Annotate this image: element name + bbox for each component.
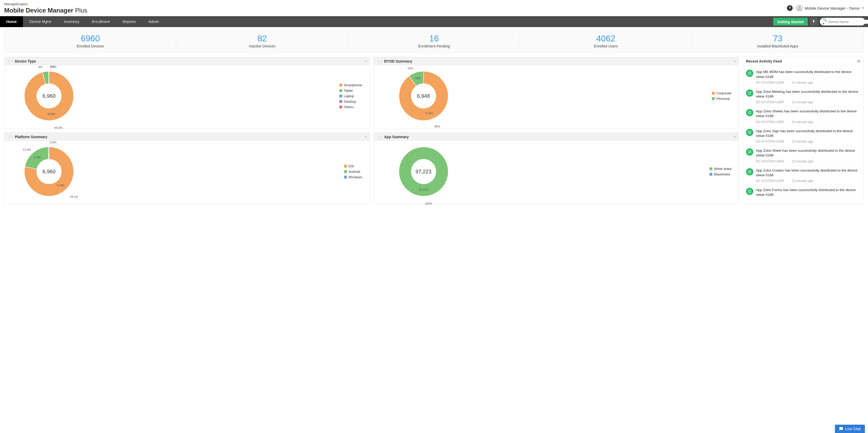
kpi-label: Enrolled Users — [522, 44, 690, 48]
card-header[interactable]: ⋮⋮ App Summary ▪▪▪ — [374, 133, 739, 141]
feed-user: DC-SYSTEM-USER — [756, 159, 784, 163]
feed-time: 23 minutes ago — [792, 179, 813, 183]
feed-time: 23 minutes ago — [792, 100, 813, 104]
nav-tab-home[interactable]: Home — [0, 16, 23, 27]
donut-device-type[interactable]: 6,666 6,960 95.8%4%0.2%0% — [22, 68, 76, 123]
feed-time: 23 minutes ago — [792, 81, 813, 85]
refresh-icon[interactable]: ⟳ — [857, 59, 861, 63]
feed-time: 23 minutes ago — [792, 120, 813, 124]
legend-item[interactable]: Personal — [712, 97, 732, 101]
feed-title: Recent Activity Feed — [746, 59, 782, 63]
card-body: 97,223 97,223 100% White listed Blacklis… — [374, 141, 739, 204]
brand-bold: Mobile Device Manager — [4, 7, 73, 14]
legend-item[interactable]: Blacklisted — [710, 172, 732, 176]
help-icon[interactable]: ? — [787, 5, 793, 11]
svg-text:6,250: 6,250 — [425, 112, 433, 115]
swatch-icon — [344, 165, 347, 167]
percent-label: 0.5% — [50, 141, 56, 144]
nav-tab-label: Inventory — [64, 20, 80, 24]
card-title: Device Type — [15, 59, 36, 63]
swatch-icon — [710, 167, 712, 170]
kpi-blacklisted-apps[interactable]: 73 Installed Blacklisted Apps — [692, 29, 864, 52]
user-name: Mobile Device Manager - Demo — [805, 6, 860, 10]
user-menu[interactable]: Mobile Device Manager - Demo — [796, 4, 864, 12]
feed-item[interactable]: App Zoho Sheet has been successfully dis… — [746, 146, 861, 165]
chevron-down-icon — [862, 7, 864, 9]
card-platform-summary: ⋮⋮ Platform Summary ▪▪▪ 5,4391,488 6,960… — [4, 132, 370, 205]
brand-product: Mobile Device Manager Plus — [4, 7, 87, 14]
drag-handle-icon[interactable]: ⋮⋮ — [7, 60, 13, 62]
feed-item[interactable]: App Zoho Meeting has been successfully d… — [746, 87, 861, 106]
kpi-inactive-devices[interactable]: 82 Inactive Devices — [176, 29, 348, 52]
card-body: 5,4391,488 6,960 78.1%21.4%0.5% iOS Andr… — [4, 141, 370, 204]
swatch-icon — [712, 97, 715, 100]
main-content: 6960 Enrolled Devices 82 Inactive Device… — [0, 27, 868, 220]
feed-item[interactable]: App Zoho Sheets has been successfully di… — [746, 106, 861, 126]
feed-time: 23 minutes ago — [792, 159, 813, 163]
donut-app[interactable]: 97,223 97,223 100% — [396, 144, 451, 199]
drag-handle-icon[interactable]: ⋮⋮ — [377, 136, 383, 138]
chart-toggle-icon[interactable]: ▪▪▪ — [734, 59, 736, 63]
legend-item[interactable]: Laptop — [339, 94, 362, 98]
nav-tab-admin[interactable]: Admin — [142, 16, 165, 27]
feed-meta: DC-SYSTEM-USER 23 minutes ago — [756, 159, 861, 163]
avatar-icon — [796, 4, 803, 12]
card-title: Platform Summary — [15, 135, 47, 139]
donut-center-value: 6,948 — [417, 93, 430, 99]
percent-label: 100% — [425, 202, 432, 205]
chart-toggle-icon[interactable]: ▪▪▪ — [365, 59, 367, 63]
feed-item[interactable]: App Zoho Creator has been successfully d… — [746, 166, 861, 185]
legend-item[interactable]: Others — [339, 105, 362, 109]
chart-toggle-icon[interactable]: ▪▪▪ — [365, 135, 367, 139]
legend-item[interactable]: Smartphone — [339, 83, 362, 87]
chart-toggle-icon[interactable]: ▪▪▪ — [734, 135, 736, 139]
card-header[interactable]: ⋮⋮ Platform Summary ▪▪▪ — [4, 133, 370, 141]
getting-started-button[interactable]: Getting Started — [773, 18, 808, 26]
quick-action-button[interactable] — [810, 18, 818, 26]
legend-label: iOS — [348, 164, 354, 168]
legend-item[interactable]: Corporate — [712, 91, 732, 95]
legend-item[interactable]: Android — [344, 170, 362, 174]
kpi-enrolled-users[interactable]: 4062 Enrolled Users — [520, 29, 692, 52]
legend-item[interactable]: Tablet — [339, 89, 362, 93]
feed-item[interactable]: App Zoho Sign has been successfully dist… — [746, 126, 861, 146]
legend: White listed Blacklisted — [710, 167, 735, 176]
card-header[interactable]: ⋮⋮ Device Type ▪▪▪ — [4, 57, 370, 65]
search-box[interactable]: 🔍▾ — [820, 18, 865, 26]
legend-label: Desktop — [344, 100, 356, 103]
feed-item[interactable]: App Zoho Forms has been successfully dis… — [746, 185, 861, 200]
drag-handle-icon[interactable]: ⋮⋮ — [377, 60, 383, 62]
swatch-icon — [344, 170, 347, 173]
legend-item[interactable]: iOS — [344, 164, 362, 168]
legend-item[interactable]: Desktop — [339, 100, 362, 103]
donut-platform[interactable]: 5,4391,488 6,960 78.1%21.4%0.5% — [22, 144, 76, 199]
donut-byod[interactable]: 6,250698 6,948 90%10% — [396, 68, 451, 123]
feed-user: DC-SYSTEM-USER — [756, 179, 784, 183]
feed-time: 23 minutes ago — [792, 140, 813, 143]
feed-item[interactable]: App ME MDM has been successfully distrib… — [746, 67, 861, 87]
feed-text: App Zoho Meeting has been successfully d… — [756, 89, 861, 99]
nav-tab-device-mgmt[interactable]: Device Mgmt — [23, 16, 58, 27]
kpi-value: 82 — [178, 34, 346, 43]
nav-tab-label: Admin — [148, 20, 159, 24]
legend-item[interactable]: White listed — [710, 167, 732, 171]
kpi-label: Enrolled Devices — [6, 44, 174, 48]
search-input[interactable] — [828, 20, 868, 24]
nav-tab-reports[interactable]: Reports — [116, 16, 142, 27]
legend-item[interactable]: Windows — [344, 175, 362, 179]
brand-name: ManageEngine — [4, 2, 27, 6]
nav-tab-inventory[interactable]: Inventory — [58, 16, 86, 27]
kpi-enrollment-pending[interactable]: 16 Enrollment Pending — [348, 29, 520, 52]
feed-user: DC-SYSTEM-USER — [756, 81, 784, 85]
swatch-icon — [339, 105, 342, 109]
kpi-label: Inactive Devices — [178, 44, 346, 48]
kpi-enrolled-devices[interactable]: 6960 Enrolled Devices — [4, 29, 176, 52]
drag-handle-icon[interactable]: ⋮⋮ — [7, 136, 13, 138]
kpi-label: Installed Blacklisted Apps — [694, 44, 862, 48]
nav-tab-enrollment[interactable]: Enrollment — [86, 16, 116, 27]
kpi-row: 6960 Enrolled Devices 82 Inactive Device… — [4, 29, 864, 53]
feed-text: App Zoho Sheets has been successfully di… — [756, 109, 861, 118]
feed-success-icon — [746, 70, 753, 77]
brand-light: Plus — [73, 7, 87, 14]
card-header[interactable]: ⋮⋮ BYOD Summary ▪▪▪ — [374, 57, 739, 65]
